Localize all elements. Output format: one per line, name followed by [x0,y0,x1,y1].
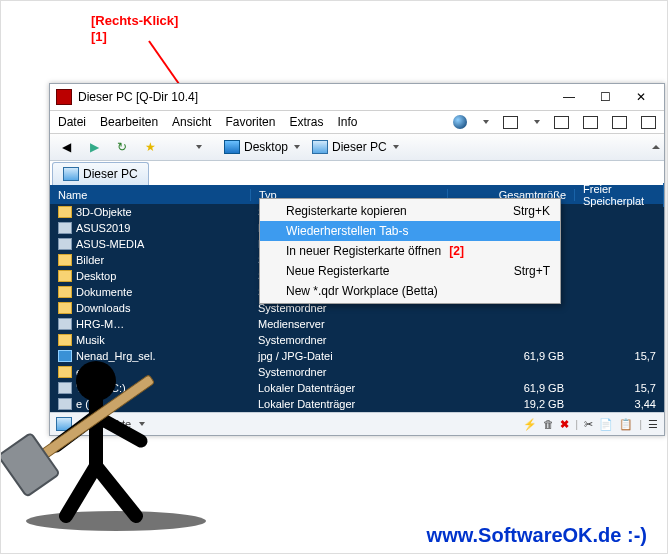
menu-favoriten[interactable]: Favoriten [225,115,275,129]
ctx-shortcut: Strg+T [514,264,550,278]
paste-icon[interactable]: 📋 [619,418,633,431]
table-row[interactable]: HRG-M…Medienserver [50,316,664,332]
ctx-item[interactable]: Neue RegisterkarteStrg+T [260,261,560,281]
row-typ: Lokaler Datenträger [250,382,446,394]
list-icon[interactable]: ☰ [648,418,658,431]
row-typ: jpg / JPG-Datei [250,350,446,362]
tab-dieser-pc[interactable]: Dieser PC [52,162,149,185]
ctx-item-label: Wiederherstellen Tab-s [286,224,409,238]
row-free: 3,44 [572,398,664,410]
menu-datei[interactable]: Datei [58,115,86,129]
disk-icon [58,318,72,330]
ctx-item-label: New *.qdr Workplace (Betta) [286,284,438,298]
star-button[interactable]: ★ [138,136,162,158]
cut-icon[interactable]: ✂ [584,418,593,431]
status-caret-icon[interactable] [139,422,145,426]
row-name: Desktop [76,270,116,282]
layout5-icon[interactable] [641,116,656,129]
status-pc-icon [56,417,72,431]
app-icon [56,89,72,105]
file-icon [58,350,72,362]
refresh-button[interactable]: ↻ [110,136,134,158]
folder-icon [58,286,72,298]
svg-rect-10 [1,433,60,497]
pc-label: Dieser PC [332,140,387,154]
row-name: Nenad_Hrg_sel. [76,350,156,362]
layout3-icon[interactable] [583,116,598,129]
menu-extras[interactable]: Extras [289,115,323,129]
row-name: 3D-Objekte [76,206,132,218]
tabstrip: Dieser PC [50,161,664,186]
location-desktop[interactable]: Desktop [220,137,304,157]
globe-caret-icon[interactable] [483,120,489,124]
folder-icon [58,366,72,378]
menu-ansicht[interactable]: Ansicht [172,115,211,129]
ctx-shortcut: Strg+K [513,204,550,218]
copy-icon[interactable]: 📄 [599,418,613,431]
folder-icon [58,270,72,282]
ctx-item[interactable]: In neuer Registerkarte öffnen[2] [260,241,560,261]
row-size: 61,9 GB [446,350,572,362]
table-row[interactable]: '10 … (C:)Lokaler Datenträger61,9 GB15,7 [50,380,664,396]
nav-fwd-button[interactable]: ▶ [82,136,106,158]
svg-line-5 [66,466,96,516]
row-free: 15,7 [572,382,664,394]
close-button[interactable]: ✕ [624,87,658,107]
menu-bearbeiten[interactable]: Bearbeiten [100,115,158,129]
row-name: '10 … (C:) [76,382,126,394]
layout2-icon[interactable] [554,116,569,129]
row-typ: Lokaler Datenträger [250,398,446,410]
bolt-icon[interactable]: ⚡ [523,418,537,431]
table-row[interactable]: Nenad_Hrg_sel.jpg / JPG-Datei61,9 GB15,7 [50,348,664,364]
row-size: 19,2 GB [446,398,572,410]
globe-icon[interactable] [453,115,467,129]
layout1-icon[interactable] [503,116,518,129]
desktop-label: Desktop [244,140,288,154]
row-name: ASUS-MEDIA [76,238,144,250]
annot-line2: [1] [91,29,107,44]
row-typ: Systemordner [250,334,446,346]
delete-icon[interactable]: ✖ [560,418,569,431]
row-size: 61,9 GB [446,382,572,394]
maximize-button[interactable]: ☐ [588,87,622,107]
annotation-top: [Rechts-Klick] [1] [91,13,178,44]
row-free: 15,7 [572,350,664,362]
annotation-ctx: [2] [449,244,464,258]
row-typ: Medienserver [250,318,446,330]
ctx-item-label: Registerkarte kopieren [286,204,407,218]
disk-icon [58,238,72,250]
row-name: Downloads [76,302,130,314]
menu-info[interactable]: Info [337,115,357,129]
layout-caret-icon[interactable] [534,120,540,124]
ctx-item-label: In neuer Registerkarte öffnen [286,244,441,258]
viewmode-button[interactable] [166,136,190,158]
row-name: Musik [76,334,105,346]
disk-icon [58,222,72,234]
minimize-button[interactable]: — [552,87,586,107]
table-row[interactable]: eosSystemordner [50,364,664,380]
toolbar-overflow-icon[interactable] [652,145,660,149]
row-name: ASUS2019 [76,222,130,234]
menubar: Datei Bearbeiten Ansicht Favoriten Extra… [50,111,664,134]
titlebar[interactable]: Dieser PC [Q-Dir 10.4] — ☐ ✕ [50,84,664,111]
ctx-item[interactable]: Wiederherstellen Tab-s [260,221,560,241]
svg-point-2 [26,511,206,531]
row-typ: Systemordner [250,366,446,378]
location-pc[interactable]: Dieser PC [308,137,403,157]
col-free[interactable]: Freier Speicherplat [575,183,664,207]
trash-icon[interactable]: 🗑 [543,418,554,430]
window-title: Dieser PC [Q-Dir 10.4] [78,90,550,104]
layout4-icon[interactable] [612,116,627,129]
col-name[interactable]: Name [50,189,251,201]
ctx-item-label: Neue Registerkarte [286,264,389,278]
table-row[interactable]: e (D:)Lokaler Datenträger19,2 GB3,44 [50,396,664,412]
folder-icon [58,302,72,314]
viewmode-caret-icon[interactable] [196,145,202,149]
nav-back-button[interactable]: ◀ [54,136,78,158]
footer-link[interactable]: www.SoftwareOK.de :-) [427,524,647,547]
disk-icon [58,398,72,410]
ctx-item[interactable]: Registerkarte kopierenStrg+K [260,201,560,221]
row-name: Bilder [76,254,104,266]
ctx-item[interactable]: New *.qdr Workplace (Betta) [260,281,560,301]
table-row[interactable]: MusikSystemordner [50,332,664,348]
